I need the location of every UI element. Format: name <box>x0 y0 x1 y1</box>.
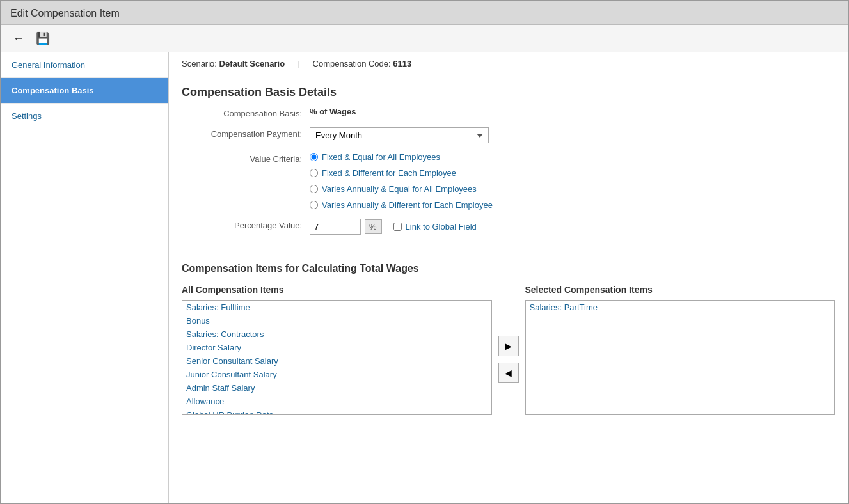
section-title: Compensation Basis Details <box>169 75 848 107</box>
radio-varies-different[interactable]: Varies Annually & Different for Each Emp… <box>310 200 835 210</box>
sidebar-item-general-information[interactable]: General Information <box>1 52 168 78</box>
separator: | <box>298 59 299 68</box>
list-item[interactable]: Salaries: Fulltime <box>182 301 491 314</box>
list-item[interactable]: Admin Staff Salary <box>182 381 491 395</box>
comp-payment-row: Compensation Payment: Every Month Every … <box>182 127 835 143</box>
toolbar: ← 💾 <box>1 25 848 52</box>
all-items-listbox[interactable]: Salaries: Fulltime Bonus Salaries: Contr… <box>182 300 492 415</box>
sidebar-item-label: Settings <box>12 111 42 121</box>
comp-basis-label: Compensation Basis: <box>182 107 310 118</box>
transfer-buttons: ▶ ◀ <box>498 336 519 383</box>
save-button[interactable]: 💾 <box>33 30 52 47</box>
list-item[interactable]: Director Salary <box>182 341 491 354</box>
main-layout: General Information Compensation Basis S… <box>1 52 848 503</box>
comp-payment-select[interactable]: Every Month Every Week Every Two Weeks E… <box>310 127 489 143</box>
all-items-title: All Compensation Items <box>182 285 492 295</box>
link-global-checkbox[interactable] <box>393 223 402 231</box>
form-area: Compensation Basis: % of Wages Compensat… <box>169 107 848 256</box>
link-global-field-row: Link to Global Field <box>393 222 477 232</box>
selected-items-title: Selected Compensation Items <box>525 285 836 295</box>
value-criteria-radio-group: Fixed & Equal for All Employees Fixed & … <box>310 152 835 210</box>
scenario-label: Scenario: Default Scenario <box>182 59 285 68</box>
list-item[interactable]: Salaries: PartTime <box>526 301 835 314</box>
comp-code-value: 6113 <box>393 59 411 68</box>
list-item[interactable]: Salaries: Contractors <box>182 327 491 341</box>
comp-items-layout: All Compensation Items Salaries: Fulltim… <box>182 285 835 415</box>
percent-symbol: % <box>365 219 382 234</box>
content-area: Scenario: Default Scenario | Compensatio… <box>169 52 848 503</box>
remove-item-button[interactable]: ◀ <box>498 363 519 383</box>
add-item-button[interactable]: ▶ <box>498 336 519 356</box>
list-item[interactable]: Junior Consultant Salary <box>182 368 491 381</box>
link-global-label: Link to Global Field <box>406 222 477 232</box>
comp-basis-value: % of Wages <box>310 107 835 116</box>
sidebar-item-compensation-basis[interactable]: Compensation Basis <box>1 78 168 104</box>
percentage-input[interactable] <box>310 219 361 235</box>
sidebar-item-settings[interactable]: Settings <box>1 104 168 129</box>
radio-fixed-equal[interactable]: Fixed & Equal for All Employees <box>310 152 835 162</box>
sidebar-item-label: General Information <box>12 60 85 70</box>
comp-items-section: Compensation Items for Calculating Total… <box>169 256 848 428</box>
radio-fixed-different[interactable]: Fixed & Different for Each Employee <box>310 168 835 178</box>
comp-basis-row: Compensation Basis: % of Wages <box>182 107 835 118</box>
percentage-label: Percentage Value: <box>182 219 310 230</box>
comp-code-label: Compensation Code: 6113 <box>313 59 412 68</box>
list-item[interactable]: Global HR Burden Rate <box>182 408 491 415</box>
info-bar: Scenario: Default Scenario | Compensatio… <box>169 52 848 75</box>
title-bar: Edit Compensation Item <box>1 1 848 25</box>
list-item[interactable]: Allowance <box>182 395 491 408</box>
scenario-value: Default Scenario <box>219 59 285 68</box>
sidebar: General Information Compensation Basis S… <box>1 52 169 503</box>
value-criteria-row: Value Criteria: Fixed & Equal for All Em… <box>182 152 835 210</box>
selected-items-listbox[interactable]: Salaries: PartTime <box>525 300 836 415</box>
sidebar-item-label: Compensation Basis <box>12 86 94 95</box>
all-compensation-items-box: All Compensation Items Salaries: Fulltim… <box>182 285 492 415</box>
list-item[interactable]: Bonus <box>182 314 491 327</box>
list-item[interactable]: Senior Consultant Salary <box>182 354 491 368</box>
percentage-value-row: Percentage Value: % Link to Global Field <box>182 219 835 235</box>
comp-payment-label: Compensation Payment: <box>182 127 310 139</box>
comp-items-title: Compensation Items for Calculating Total… <box>182 263 835 274</box>
window-title: Edit Compensation Item <box>10 8 120 19</box>
selected-compensation-items-box: Selected Compensation Items Salaries: Pa… <box>525 285 836 415</box>
radio-varies-equal[interactable]: Varies Annually & Equal for All Employee… <box>310 184 835 194</box>
app-window: Edit Compensation Item ← 💾 General Infor… <box>0 0 849 504</box>
back-button[interactable]: ← <box>10 31 27 47</box>
value-criteria-label: Value Criteria: <box>182 152 310 164</box>
